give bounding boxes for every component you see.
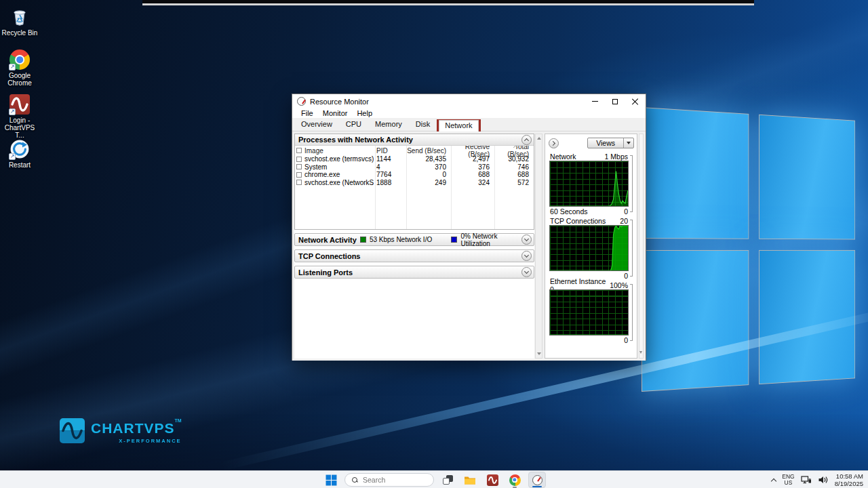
tab-bar: Overview CPU Memory Disk Network	[292, 119, 646, 131]
col-send[interactable]: Send (B/sec)	[405, 147, 450, 155]
desktop-icon-login-chartvps[interactable]: ↗ Login - ChartVPS T...	[0, 94, 39, 140]
expand-section-button[interactable]	[521, 235, 532, 245]
language-indicator[interactable]: ENG US	[782, 474, 794, 487]
tab-cpu[interactable]: CPU	[339, 118, 368, 131]
scroll-down-arrow[interactable]	[537, 352, 541, 355]
views-button-label[interactable]: Views	[588, 138, 623, 148]
minimize-button[interactable]	[585, 94, 605, 108]
scale-bracket	[630, 284, 633, 341]
desktop-icon-recycle-bin[interactable]: Recycle Bin	[0, 5, 39, 37]
rdp-connection-bar[interactable]	[142, 0, 754, 5]
graph-title: TCP Connections	[550, 217, 606, 225]
taskbar-clock[interactable]: 10:58 AM 8/19/2025	[835, 472, 863, 488]
tab-overview[interactable]: Overview	[294, 118, 339, 131]
col-total[interactable]: Total (B/sec)	[493, 146, 532, 158]
resource-monitor-taskbar-button[interactable]	[528, 472, 546, 488]
desktop-icon-restart[interactable]: ↗ Restart	[0, 139, 39, 169]
views-dropdown-arrow[interactable]	[623, 138, 633, 148]
processes-pane-title: Processes with Network Activity	[298, 136, 521, 144]
maximize-button[interactable]	[605, 94, 625, 108]
window-titlebar[interactable]: Resource Monitor	[292, 94, 646, 108]
network-tray-icon[interactable]	[801, 475, 812, 485]
brand-tm: TM	[175, 418, 182, 423]
chartvps-app-icon: ↗	[9, 94, 30, 115]
ethernet-graph-block: Ethernet Instance 0 100% 0	[549, 281, 629, 344]
vertical-scrollbar[interactable]	[535, 134, 542, 359]
col-pid[interactable]: PID	[374, 147, 405, 155]
network-tab-highlight-box: Network	[437, 119, 480, 131]
menu-file[interactable]: File	[296, 109, 318, 117]
legend-label-io: 53 Kbps Network I/O	[370, 236, 432, 243]
collapse-graphs-button[interactable]	[549, 138, 559, 148]
cell-image: chrome.exe	[304, 171, 340, 178]
graph-x-label: 60 Seconds	[550, 207, 587, 216]
expand-section-button[interactable]	[521, 251, 532, 261]
table-row[interactable]: svchost.exe (NetworkService... 1888 249 …	[295, 179, 534, 187]
graph-zero-label: 0	[624, 272, 628, 280]
panel-scrollbar[interactable]	[639, 134, 644, 359]
resource-monitor-icon	[297, 97, 306, 106]
cell-receive: 376	[450, 163, 493, 171]
shortcut-arrow-icon: ↗	[9, 64, 16, 70]
chevron-down-icon	[524, 253, 529, 258]
language-region: US	[782, 480, 794, 486]
clock-date: 8/19/2025	[835, 480, 863, 487]
chevron-down-icon	[524, 269, 529, 274]
collapse-pane-button[interactable]	[521, 135, 532, 145]
restart-icon: ↗	[9, 139, 30, 159]
chevron-down-icon	[524, 237, 529, 241]
row-checkbox[interactable]	[296, 172, 302, 178]
clock-time: 10:58 AM	[835, 472, 863, 480]
row-checkbox[interactable]	[296, 164, 302, 169]
window-title: Resource Monitor	[310, 98, 585, 106]
menu-bar: File Monitor Help	[292, 108, 646, 119]
cell-total: 688	[493, 171, 532, 178]
col-receive[interactable]: Receive (B/sec)	[450, 146, 493, 158]
expand-section-button[interactable]	[521, 267, 532, 277]
graphs-panel: Views Network 1 Mbps 60 Seconds 0	[545, 134, 637, 359]
chevron-up-icon	[524, 138, 529, 143]
brand-tagline: X-PERFORMANCE	[91, 438, 182, 444]
cell-pid: 4	[374, 163, 405, 171]
scroll-down-arrow[interactable]	[639, 351, 642, 354]
chrome-taskbar-button[interactable]	[506, 472, 524, 488]
volume-tray-icon[interactable]	[818, 475, 829, 485]
task-view-button[interactable]	[439, 472, 456, 488]
desktop-icon-google-chrome[interactable]: ↗ Google Chrome	[0, 49, 39, 87]
taskbar-search[interactable]	[344, 473, 434, 487]
graph-max-label: 100%	[610, 281, 628, 289]
tab-disk[interactable]: Disk	[409, 118, 437, 131]
cell-image: svchost.exe (termsvcs)	[304, 155, 374, 163]
close-button[interactable]	[625, 94, 646, 108]
tab-memory[interactable]: Memory	[368, 118, 409, 131]
processes-pane-header[interactable]: Processes with Network Activity	[295, 134, 534, 146]
row-checkbox[interactable]	[296, 157, 302, 162]
tab-network[interactable]: Network	[439, 120, 478, 132]
row-checkbox[interactable]	[296, 180, 302, 185]
legend-swatch-io	[360, 237, 366, 243]
scroll-up-arrow[interactable]	[537, 137, 541, 140]
table-header-row[interactable]: Image PID Send (B/sec) Receive (B/sec) T…	[295, 146, 534, 155]
chartvps-app-button[interactable]	[484, 472, 501, 488]
table-row[interactable]: chrome.exe 7764 0 688 688	[295, 171, 534, 179]
table-row[interactable]: System 4 370 376 746	[295, 163, 534, 171]
search-input[interactable]	[363, 476, 424, 484]
select-all-checkbox[interactable]	[296, 148, 302, 153]
section-listening-ports[interactable]: Listening Ports	[294, 266, 534, 279]
resource-monitor-window: Resource Monitor File Monitor Help Overv…	[292, 94, 646, 361]
tray-overflow-chevron-icon[interactable]	[771, 478, 776, 483]
search-icon	[352, 477, 358, 483]
menu-monitor[interactable]: Monitor	[318, 109, 353, 117]
section-tcp-connections[interactable]: TCP Connections	[294, 249, 534, 262]
start-button[interactable]	[322, 472, 340, 488]
chevron-right-icon	[551, 140, 555, 145]
col-image[interactable]: Image	[304, 147, 323, 155]
resource-monitor-icon	[532, 475, 542, 485]
graph-max-label: 20	[620, 217, 628, 225]
views-button[interactable]: Views	[587, 138, 634, 148]
menu-help[interactable]: Help	[352, 109, 377, 117]
file-explorer-button[interactable]	[461, 472, 479, 488]
desktop-icon-label: Recycle Bin	[0, 29, 39, 37]
active-indicator	[532, 486, 542, 488]
section-network-activity[interactable]: Network Activity 53 Kbps Network I/O 0% …	[294, 233, 534, 246]
